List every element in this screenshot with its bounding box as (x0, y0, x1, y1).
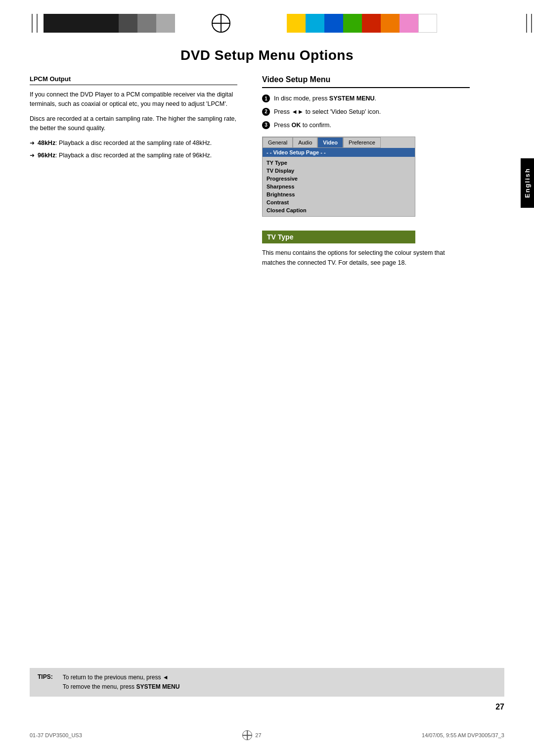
tab-general: General (263, 137, 293, 148)
dvd-menu-tabs: General Audio Video Preference (263, 137, 415, 148)
tips-line2: To remove the menu, press SYSTEM MENU (63, 682, 180, 692)
thin-line-3 (526, 14, 527, 33)
footer-center: 27 (242, 730, 261, 740)
swatch-yellow (287, 14, 306, 33)
menu-item-sharpness: Sharpness (267, 183, 411, 190)
page-number: 27 (495, 703, 504, 711)
step-1: 1 In disc mode, press SYSTEM MENU. (262, 94, 470, 103)
step-num-1: 1 (262, 94, 270, 102)
step-3: 3 Press OK to confirm. (262, 121, 470, 130)
arrow-item-96khz: ➜ 96kHz: Playback a disc recorded at the… (30, 151, 237, 160)
swatch-lightgray (156, 14, 175, 33)
swatch-darkgray (119, 14, 137, 33)
swatch-pink (400, 14, 418, 33)
system-menu-bold-1: SYSTEM MENU (329, 95, 375, 102)
tab-video: Video (317, 137, 343, 148)
swatch-black1 (44, 14, 62, 33)
96khz-suffix: : Playback a disc recorded at the sampli… (55, 152, 212, 159)
tips-bar: TIPS: To return to the previous menu, pr… (30, 668, 504, 697)
step-2: 2 Press ◄► to select 'Video Setup' icon. (262, 107, 470, 117)
step-num-3: 3 (262, 121, 270, 129)
tab-preference: Preference (343, 137, 381, 148)
left-column: LPCM Output If you connect the DVD Playe… (30, 75, 237, 268)
swatch-black2 (62, 14, 81, 33)
video-setup-title: Video Setup Menu (262, 75, 470, 88)
arrow-48khz-text: 48kHz: Playback a disc recorded at the s… (38, 139, 212, 148)
48khz-bold: 48kHz (38, 140, 55, 146)
top-bar-left (0, 14, 267, 33)
step-1-text: In disc mode, press SYSTEM MENU. (274, 94, 376, 103)
tips-label: TIPS: (38, 673, 53, 680)
menu-item-brightness: Brightness (267, 190, 411, 198)
dvd-menu-screenshot: General Audio Video Preference - - Video… (262, 137, 415, 217)
arrow-sym-96: ➜ (30, 151, 35, 160)
tab-audio: Audio (293, 137, 317, 148)
arrow-sym-48: ➜ (30, 139, 35, 148)
footer-center-page: 27 (255, 732, 261, 738)
crosshair-footer (242, 730, 252, 740)
swatch-cyan (306, 14, 324, 33)
step-2-text: Press ◄► to select 'Video Setup' icon. (274, 107, 381, 117)
menu-item-contrast: Contrast (267, 198, 411, 206)
dvd-menu-body: TY Type TV Display Progressive Sharpness… (263, 157, 415, 216)
arrow-96khz-text: 96kHz: Playback a disc recorded at the s… (38, 151, 212, 160)
page-title: DVD Setup Menu Options (0, 47, 534, 63)
menu-item-tv-display: TV Display (267, 167, 411, 175)
thin-line-2 (37, 14, 38, 33)
tv-type-box: TV Type (262, 231, 415, 243)
footer-left: 01-37 DVP3500_US3 (30, 732, 82, 738)
lpcm-body1: If you connect the DVD Player to a PCM c… (30, 90, 237, 109)
lpcm-section-title: LPCM Output (30, 75, 237, 85)
tips-content: To return to the previous menu, press ◄ … (63, 673, 180, 692)
top-bar-right (267, 14, 534, 33)
tips-line1: To return to the previous menu, press ◄ (63, 673, 180, 682)
swatch-blue (324, 14, 343, 33)
swatch-gray (137, 14, 156, 33)
arrow-item-48khz: ➜ 48kHz: Playback a disc recorded at the… (30, 139, 237, 148)
swatch-orange (381, 14, 400, 33)
swatch-black4 (100, 14, 119, 33)
lpcm-body2: Discs are recorded at a certain sampling… (30, 114, 237, 134)
step-3-text: Press OK to confirm. (274, 121, 331, 130)
swatch-black3 (81, 14, 100, 33)
system-menu-bold-tips: SYSTEM MENU (136, 683, 179, 690)
swatch-white (418, 14, 437, 33)
thin-line-4 (531, 14, 532, 33)
top-color-bar (0, 14, 534, 33)
menu-item-closed-caption: Closed Caption (267, 206, 411, 214)
dvd-menu-header: - - Video Setup Page - - (263, 148, 415, 157)
menu-item-ty-type: TY Type (267, 159, 411, 167)
96khz-bold: 96kHz (38, 152, 55, 159)
thin-line-1 (32, 14, 33, 33)
tips-row: TIPS: To return to the previous menu, pr… (38, 673, 496, 692)
48khz-suffix: : Playback a disc recorded at the sampli… (55, 140, 212, 146)
right-column: Video Setup Menu 1 In disc mode, press S… (262, 75, 470, 268)
footer: 01-37 DVP3500_US3 27 14/07/05, 9:55 AM D… (30, 730, 504, 740)
menu-item-progressive: Progressive (267, 175, 411, 183)
step-num-2: 2 (262, 108, 270, 116)
ok-bold: OK (291, 122, 301, 129)
crosshair-circle-left (212, 14, 230, 33)
tv-type-desc: This menu contains the options for selec… (262, 248, 470, 268)
swatch-red (362, 14, 381, 33)
english-tab: English (521, 158, 534, 208)
main-content: LPCM Output If you connect the DVD Playe… (0, 75, 534, 268)
footer-right: 14/07/05, 9:55 AM DVP3005/37_3 (422, 732, 504, 738)
swatch-green (343, 14, 362, 33)
